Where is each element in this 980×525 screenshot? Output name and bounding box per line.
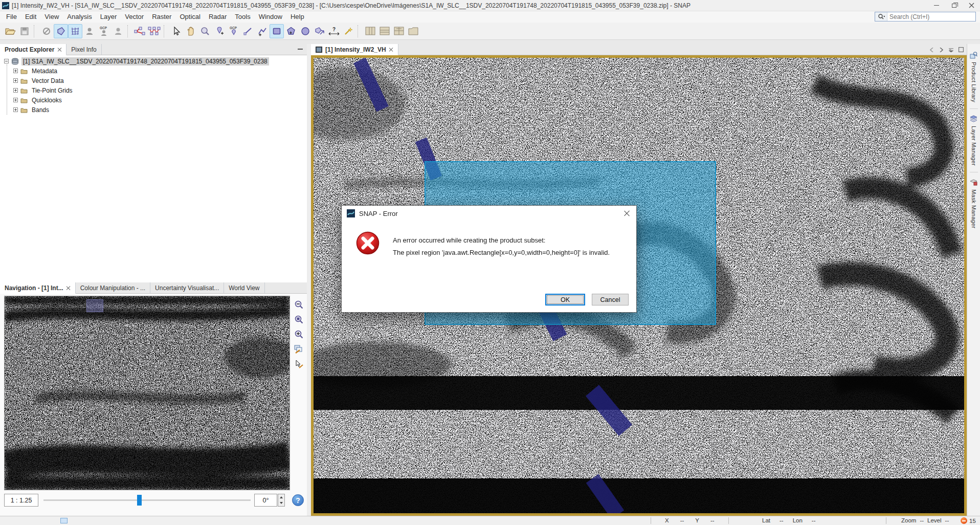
visible-area-box[interactable] [86, 299, 103, 312]
menu-view[interactable]: View [40, 11, 63, 23]
navigation-thumbnail[interactable] [4, 296, 290, 490]
wkt-geometry-button[interactable] [313, 24, 327, 38]
menu-edit[interactable]: Edit [21, 11, 40, 23]
tab-layer-manager[interactable]: Layer Manager [970, 112, 977, 169]
expand-icon[interactable] [13, 69, 18, 73]
tile-grid-button[interactable] [392, 24, 406, 38]
magic-wand-button[interactable] [341, 24, 355, 38]
close-tab-icon[interactable] [66, 286, 71, 290]
menu-vector[interactable]: Vector [121, 11, 148, 23]
spin-up-icon[interactable] [280, 496, 283, 498]
menu-analysis[interactable]: Analysis [63, 11, 96, 23]
tree-node-metadata[interactable]: Metadata [13, 66, 59, 76]
menu-help[interactable]: Help [286, 11, 308, 23]
line-tool-button[interactable] [241, 24, 255, 38]
gcp-overlay-button[interactable]: GCP [97, 24, 111, 38]
expand-icon[interactable] [13, 88, 18, 93]
tile-horizontally-button[interactable] [377, 24, 392, 38]
node-label[interactable]: Metadata [30, 67, 59, 75]
expand-icon[interactable] [13, 107, 18, 112]
pin-overlay-button[interactable] [82, 24, 97, 38]
range-finder-button[interactable]: ? [327, 24, 341, 38]
dialog-title-bar[interactable]: SNAP - Error [342, 206, 636, 221]
collapse-icon[interactable] [4, 59, 9, 63]
search-input[interactable] [887, 13, 975, 20]
help-button[interactable]: ? [292, 494, 304, 506]
tab-navigation[interactable]: Navigation - [1] Int... [0, 282, 76, 294]
polygon-tool-button[interactable] [284, 24, 298, 38]
error-notification-icon[interactable] [961, 517, 967, 524]
ellipse-tool-button[interactable] [298, 24, 313, 38]
menu-optical[interactable]: Optical [175, 11, 204, 23]
tile-vertically-button[interactable] [363, 24, 377, 38]
zoom-ratio-field[interactable]: 1 : 1.25 [4, 494, 38, 507]
tree-node-tie-point-grids[interactable]: Tie-Point Grids [13, 85, 74, 95]
tab-list-dropdown-icon[interactable] [947, 46, 955, 54]
scroll-tabs-right-icon[interactable] [938, 46, 945, 54]
node-label[interactable]: Quicklooks [30, 96, 63, 104]
no-data-overlay-button[interactable] [39, 24, 54, 38]
polyline-tool-button[interactable] [255, 24, 270, 38]
zoom-slider-track[interactable] [43, 499, 251, 501]
search-icon[interactable] [875, 12, 887, 21]
close-tab-icon[interactable] [57, 48, 61, 52]
pin-manager-button[interactable] [111, 24, 125, 38]
menu-raster[interactable]: Raster [148, 11, 175, 23]
node-label[interactable]: Bands [30, 106, 51, 114]
close-button[interactable] [963, 0, 980, 11]
menu-layer[interactable]: Layer [96, 11, 121, 23]
tab-product-library[interactable]: Product Library [970, 48, 977, 105]
menu-window[interactable]: Window [255, 11, 286, 23]
restore-button[interactable] [945, 0, 963, 11]
spatial-subset-button[interactable] [133, 24, 147, 38]
tree-node-vector-data[interactable]: Vector Data [13, 76, 65, 85]
sync-views-button[interactable] [293, 343, 305, 355]
zoom-out-button[interactable] [293, 298, 305, 311]
tab-intensity-iw2-vh[interactable]: [1] Intensity_IW2_VH [311, 44, 398, 55]
sync-cursor-button[interactable] [293, 358, 305, 370]
pan-tool-button[interactable] [184, 24, 198, 38]
tab-mask-manager[interactable]: Mask Manager [970, 176, 977, 231]
zoom-selection-button[interactable] [293, 313, 305, 325]
rotation-field[interactable]: 0° [254, 494, 277, 507]
search-box[interactable] [875, 12, 976, 21]
tab-pixel-info[interactable]: Pixel Info [66, 44, 101, 55]
minimize-button[interactable] [928, 0, 945, 11]
tab-product-explorer[interactable]: Product Explorer [0, 44, 66, 55]
rectangle-tool-button[interactable] [270, 24, 284, 38]
zoom-slider-thumb[interactable] [137, 495, 142, 506]
node-label[interactable]: Vector Data [30, 77, 65, 85]
graticule-overlay-button[interactable] [68, 24, 82, 38]
geometry-overlay-button[interactable] [54, 24, 68, 38]
cancel-button[interactable]: Cancel [592, 294, 629, 305]
dialog-close-icon[interactable] [623, 209, 631, 217]
product-node-label[interactable]: [1] S1A_IW_SLC__1SDV_20220704T191748_202… [21, 57, 269, 65]
scroll-tabs-left-icon[interactable] [928, 46, 936, 54]
selection-tool-button[interactable] [169, 24, 184, 38]
tab-world-view[interactable]: World View [224, 282, 264, 293]
node-label[interactable]: Tie-Point Grids [30, 86, 74, 95]
maximize-view-icon[interactable] [957, 46, 965, 54]
menu-radar[interactable]: Radar [205, 11, 231, 23]
tree-node-bands[interactable]: Bands [13, 105, 51, 115]
tree-root-row[interactable]: [1] S1A_IW_SLC__1SDV_20220704T191748_202… [4, 56, 269, 66]
zoom-all-button[interactable] [293, 328, 305, 340]
zoom-tool-button[interactable] [198, 24, 212, 38]
tab-uncertainty-visualisation[interactable]: Uncertainty Visualisat... [150, 282, 224, 293]
save-product-button[interactable] [17, 24, 32, 38]
open-product-button[interactable] [3, 24, 17, 38]
close-tab-icon[interactable] [389, 48, 393, 52]
menu-tools[interactable]: Tools [231, 11, 254, 23]
gcp-tool-button[interactable]: GCP [227, 24, 241, 38]
tree-node-quicklooks[interactable]: Quicklooks [13, 95, 63, 105]
minimize-panel-button[interactable] [298, 49, 303, 50]
pin-tool-button[interactable] [212, 24, 227, 38]
band-subset-button[interactable] [147, 24, 162, 38]
notification-badge[interactable]: 15 [961, 517, 976, 524]
menu-file[interactable]: File [2, 11, 21, 23]
ok-button[interactable]: OK [545, 294, 585, 305]
tab-colour-manipulation[interactable]: Colour Manipulation - ... [76, 282, 150, 293]
expand-icon[interactable] [13, 98, 18, 102]
expand-icon[interactable] [13, 78, 18, 83]
tile-single-button[interactable] [406, 24, 420, 38]
